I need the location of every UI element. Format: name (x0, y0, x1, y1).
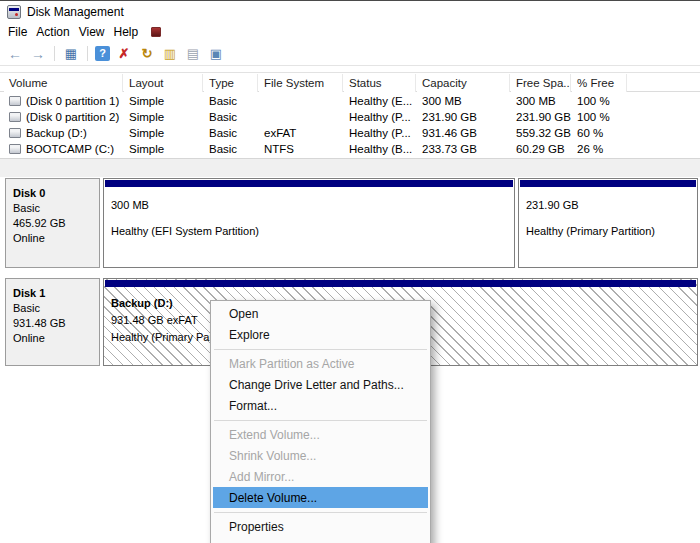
cell-file-system: exFAT (259, 125, 343, 141)
menu-item-mark-partition-active: Mark Partition as Active (211, 353, 430, 374)
cell-status: Healthy (P... (344, 109, 416, 125)
cell-pct-free: 100 % (572, 93, 627, 109)
forward-icon[interactable]: → (29, 45, 47, 63)
col-capacity[interactable]: Capacity (417, 74, 510, 92)
volume-label: Backup (D:) (26, 127, 87, 139)
disk0-header[interactable]: Disk 0 Basic 465.92 GB Online (5, 178, 100, 268)
cell-pct-free: 60 % (572, 125, 627, 141)
col-layout[interactable]: Layout (124, 74, 203, 92)
table-row[interactable]: Backup (D:) Simple Basic exFAT Healthy (… (0, 125, 700, 141)
partition-disk0-efi[interactable]: 300 MB Healthy (EFI System Partition) (103, 178, 515, 268)
cell-status: Healthy (E... (344, 93, 416, 109)
menu-item-properties[interactable]: Properties (211, 516, 430, 537)
disk-status: Online (13, 231, 99, 246)
cell-capacity: 233.73 GB (417, 141, 510, 157)
back-icon[interactable]: ← (6, 45, 24, 63)
volume-list: Volume Layout Type File System Status Ca… (0, 72, 700, 158)
toolbar-separator (54, 46, 55, 61)
menu-help[interactable]: Help (114, 23, 148, 41)
disk-name: Disk 0 (13, 186, 99, 201)
toolbar: ← → ▦ ? ✗ ↻ ▥ ▤ ▣ (0, 42, 700, 66)
col-volume[interactable]: Volume (4, 74, 123, 92)
col-free-space[interactable]: Free Spa... (511, 74, 571, 92)
cell-free-space: 559.32 GB (511, 125, 571, 141)
cell-layout: Simple (124, 125, 203, 141)
menu-item-add-mirror: Add Mirror... (211, 466, 430, 487)
help-icon[interactable]: ? (95, 46, 110, 61)
console-tree-icon[interactable]: ▦ (62, 45, 80, 63)
volume-list-header: Volume Layout Type File System Status Ca… (0, 74, 700, 92)
disk-size: 931.48 GB (13, 316, 99, 331)
cell-type: Basic (204, 109, 258, 125)
rescan-disks-icon[interactable]: ▥ (161, 45, 179, 63)
partition-status: Healthy (Primary Partition) (526, 225, 691, 237)
menu-item-change-drive-letter[interactable]: Change Drive Letter and Paths... (211, 374, 430, 395)
cell-capacity: 931.46 GB (417, 125, 510, 141)
cell-file-system (259, 93, 343, 109)
cell-capacity: 300 MB (417, 93, 510, 109)
cell-free-space: 231.90 GB (511, 109, 571, 125)
context-menu: Open Explore Mark Partition as Active Ch… (210, 300, 431, 543)
cell-volume: (Disk 0 partition 2) (4, 109, 123, 125)
cell-type: Basic (204, 125, 258, 141)
volume-label: BOOTCAMP (C:) (26, 143, 114, 155)
cell-capacity: 231.90 GB (417, 109, 510, 125)
window-title: Disk Management (27, 5, 124, 19)
menubar-extra-icon (151, 27, 161, 37)
menu-separator (211, 416, 430, 424)
cell-type: Basic (204, 93, 258, 109)
title-bar: Disk Management (0, 1, 700, 22)
cell-layout: Simple (124, 109, 203, 125)
volume-label: (Disk 0 partition 2) (26, 111, 119, 123)
cell-pct-free: 26 % (572, 141, 627, 157)
disk1-header[interactable]: Disk 1 Basic 931.48 GB Online (5, 278, 100, 366)
menu-item-delete-volume[interactable]: Delete Volume... (213, 487, 428, 508)
table-row[interactable]: BOOTCAMP (C:) Simple Basic NTFS Healthy … (0, 141, 700, 157)
menu-view[interactable]: View (79, 23, 114, 41)
disk-status: Online (13, 331, 99, 346)
partition-size: 300 MB (111, 199, 508, 211)
col-pct-free[interactable]: % Free (572, 74, 627, 92)
cell-type: Basic (204, 141, 258, 157)
cell-volume: BOOTCAMP (C:) (4, 141, 123, 157)
cell-free-space: 300 MB (511, 93, 571, 109)
cell-free-space: 60.29 GB (511, 141, 571, 157)
disk-size: 465.92 GB (13, 216, 99, 231)
col-type[interactable]: Type (204, 74, 258, 92)
col-file-system[interactable]: File System (259, 74, 343, 92)
delete-volume-icon[interactable]: ✗ (115, 45, 133, 63)
volume-icon (9, 128, 21, 138)
menu-item-open[interactable]: Open (211, 303, 430, 324)
table-row[interactable]: (Disk 0 partition 1) Simple Basic Health… (0, 93, 700, 109)
partition-color-bar (105, 280, 696, 287)
volume-icon (9, 96, 21, 106)
volume-label: (Disk 0 partition 1) (26, 95, 119, 107)
menu-action[interactable]: Action (36, 23, 78, 41)
partition-status: Healthy (EFI System Partition) (111, 225, 508, 237)
refresh-icon[interactable]: ↻ (138, 45, 156, 63)
properties-icon[interactable]: ▣ (207, 45, 225, 63)
menu-bar: File Action View Help (0, 22, 700, 42)
col-status[interactable]: Status (344, 74, 416, 92)
cell-volume: Backup (D:) (4, 125, 123, 141)
menu-item-extend-volume: Extend Volume... (211, 424, 430, 445)
disk-kind: Basic (13, 201, 99, 216)
app-icon (7, 5, 21, 19)
pane-splitter[interactable] (0, 158, 700, 177)
menu-file[interactable]: File (8, 23, 36, 41)
menu-item-format[interactable]: Format... (211, 395, 430, 416)
cell-layout: Simple (124, 93, 203, 109)
table-row[interactable]: (Disk 0 partition 2) Simple Basic Health… (0, 109, 700, 125)
cell-pct-free: 100 % (572, 109, 627, 125)
menu-item-shrink-volume: Shrink Volume... (211, 445, 430, 466)
attach-vhd-icon[interactable]: ▤ (184, 45, 202, 63)
menu-separator (211, 508, 430, 516)
partition-color-bar (105, 180, 513, 187)
cell-status: Healthy (B... (344, 141, 416, 157)
menu-item-explore[interactable]: Explore (211, 324, 430, 345)
disk0-row: Disk 0 Basic 465.92 GB Online 300 MB Hea… (5, 178, 698, 268)
disk-kind: Basic (13, 301, 99, 316)
partition-disk0-primary[interactable]: 231.90 GB Healthy (Primary Partition) (518, 178, 698, 268)
cell-file-system: NTFS (259, 141, 343, 157)
menu-separator (211, 345, 430, 353)
